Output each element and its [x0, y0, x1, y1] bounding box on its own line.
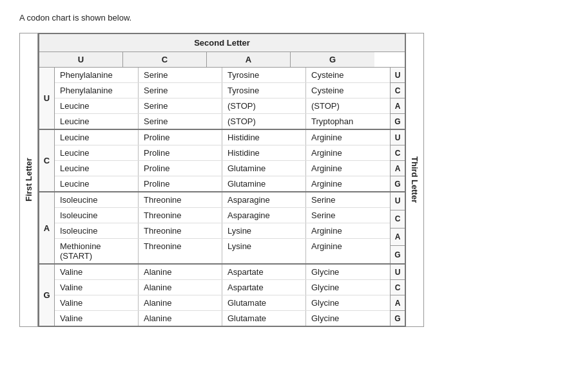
col-header-u: U [39, 52, 123, 67]
intro-text: A codon chart is shown below. [19, 13, 561, 23]
fl-sub-label-g: G [39, 265, 55, 326]
data-cell: Aspartate [222, 265, 306, 279]
data-cell: Tryptophan [306, 114, 390, 129]
data-cell: Glycine [306, 295, 390, 310]
third-letter-label: Third Letter [406, 33, 424, 327]
data-cell: (STOP) [222, 114, 306, 129]
data-row: LeucineProlineHistidineArginine [55, 145, 390, 160]
data-cell: Alanine [139, 295, 222, 310]
data-row: IsoleucineThreonineAsparagineSerine [55, 192, 390, 207]
data-row: LeucineProlineHistidineArginine [55, 130, 390, 145]
data-row: LeucineSerine(STOP)(STOP) [55, 98, 390, 113]
data-row: PhenylalanineSerineTyrosineCysteine [55, 82, 390, 98]
data-row: Methionine (START)ThreonineLysineArginin… [55, 238, 390, 263]
first-letter-group-u: UPhenylalanineSerineTyrosineCysteinePhen… [39, 68, 405, 129]
codon-table: Second Letter UCAG UPhenylalanineSerineT… [38, 33, 406, 327]
data-cell: Threonine [139, 223, 222, 238]
tl-cell: A [391, 229, 405, 247]
data-cell: Isoleucine [55, 192, 139, 207]
data-cell: Leucine [55, 130, 139, 145]
data-cell: Asparagine [222, 208, 306, 223]
tl-group-a: UCAG [390, 192, 405, 263]
data-cell: Glutamine [222, 161, 306, 176]
data-cell: Histidine [222, 145, 306, 160]
data-cell: Proline [139, 130, 222, 145]
tl-cell: G [391, 311, 405, 326]
data-cell: Glycine [306, 280, 390, 295]
data-cell: Serine [139, 68, 222, 82]
fl-rows-c: LeucineProlineHistidineArginineLeucinePr… [55, 130, 390, 191]
data-cell: Threonine [139, 239, 222, 263]
first-letter-group-c: CLeucineProlineHistidineArginineLeucineP… [39, 129, 405, 191]
data-cell: (STOP) [222, 98, 306, 113]
data-row: ValineAlanineAspartateGlycine [55, 265, 390, 279]
tl-cell: G [391, 246, 405, 263]
data-cell: Isoleucine [55, 223, 139, 238]
col-header-a: A [207, 52, 291, 67]
tl-cell: G [391, 176, 405, 191]
data-cell: Histidine [222, 130, 306, 145]
data-cell: Serine [306, 192, 390, 207]
data-cell: Alanine [139, 265, 222, 279]
col-header-c: C [123, 52, 207, 67]
fl-sub-label-u: U [39, 68, 55, 129]
fl-sub-label-a: A [39, 192, 55, 263]
data-cell: (STOP) [306, 98, 390, 113]
data-cell: Valine [55, 311, 139, 326]
tl-cell: C [391, 145, 405, 161]
data-cell: Valine [55, 280, 139, 295]
data-row: IsoleucineThreonineAsparagineSerine [55, 207, 390, 223]
col-header-g: G [291, 52, 374, 67]
data-cell: Leucine [55, 161, 139, 176]
data-cell: Lysine [222, 223, 306, 238]
data-cell: Serine [139, 114, 222, 129]
first-letter-label: First Letter [19, 33, 38, 327]
data-cell: Glutamate [222, 311, 306, 326]
tl-cell: C [391, 83, 405, 98]
data-row: ValineAlanineGlutamateGlycine [55, 295, 390, 310]
data-cell: Glycine [306, 265, 390, 279]
data-cell: Tyrosine [222, 83, 306, 98]
tl-cell: U [391, 130, 405, 145]
second-letter-header: Second Letter [39, 34, 405, 52]
data-cell: Lysine [222, 239, 306, 263]
data-cell: Threonine [139, 192, 222, 207]
data-cell: Leucine [55, 176, 139, 191]
tl-cell: C [391, 210, 405, 229]
data-cell: Cysteine [306, 83, 390, 98]
tl-cell: A [391, 295, 405, 311]
data-cell: Cysteine [306, 68, 390, 82]
tl-cell: U [391, 68, 405, 83]
tl-cell: A [391, 161, 405, 176]
data-row: LeucineProlineGlutamineArginine [55, 160, 390, 176]
tl-group-c: UCAG [390, 130, 405, 191]
tl-cell: G [391, 114, 405, 129]
data-row: ValineAlanineAspartateGlycine [55, 279, 390, 295]
data-cell: Isoleucine [55, 208, 139, 223]
data-cell: Serine [139, 98, 222, 113]
data-cell: Arginine [306, 161, 390, 176]
table-body: UPhenylalanineSerineTyrosineCysteinePhen… [39, 68, 405, 326]
data-cell: Methionine (START) [55, 239, 139, 263]
fl-rows-a: IsoleucineThreonineAsparagineSerineIsole… [55, 192, 390, 263]
data-cell: Arginine [306, 223, 390, 238]
data-row: PhenylalanineSerineTyrosineCysteine [55, 68, 390, 82]
data-cell: Serine [306, 208, 390, 223]
data-cell: Arginine [306, 130, 390, 145]
data-cell: Glutamate [222, 295, 306, 310]
data-cell: Glutamine [222, 176, 306, 191]
data-cell: Serine [139, 83, 222, 98]
tl-group-u: UCAG [390, 68, 405, 129]
data-row: ValineAlanineGlutamateGlycine [55, 310, 390, 326]
data-cell: Phenylalanine [55, 68, 139, 82]
data-cell: Glycine [306, 311, 390, 326]
first-letter-group-a: AIsoleucineThreonineAsparagineSerineIsol… [39, 191, 405, 263]
data-cell: Arginine [306, 239, 390, 263]
first-letter-group-g: GValineAlanineAspartateGlycineValineAlan… [39, 263, 405, 326]
data-cell: Valine [55, 265, 139, 279]
fl-rows-g: ValineAlanineAspartateGlycineValineAlani… [55, 265, 390, 326]
data-cell: Alanine [139, 311, 222, 326]
data-cell: Arginine [306, 176, 390, 191]
column-headers: UCAG [39, 52, 405, 68]
data-cell: Tyrosine [222, 68, 306, 82]
